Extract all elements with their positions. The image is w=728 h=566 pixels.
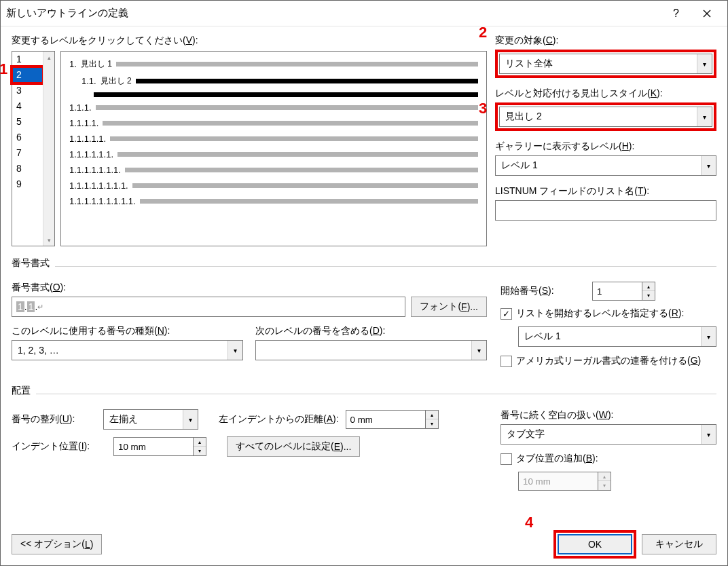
level-list[interactable]: 1 2 3 4 5 6 7 8 9 ▴ ▾ [12, 51, 55, 246]
tab-add-checkbox[interactable] [500, 453, 512, 465]
gallery-level-value: レベル 1 [496, 159, 701, 172]
position-section-label: 配置 [12, 385, 31, 397]
change-target-label: 変更の対象(C): [495, 35, 716, 47]
chevron-down-icon: ▾ [697, 54, 712, 73]
num-align-select[interactable]: 左揃え ▾ [103, 409, 198, 430]
titlebar: 新しいアウトラインの定義 ? [1, 1, 727, 26]
chevron-down-icon: ▾ [471, 341, 486, 360]
numfmt-format-label: 番号書式(O): [12, 282, 487, 294]
follow-value: タブ文字 [501, 428, 701, 440]
annotation-2: 2 [479, 24, 487, 41]
spin-down-icon[interactable]: ▾ [642, 291, 655, 300]
level-item-8[interactable]: 8 [12, 161, 43, 176]
spin-up-icon[interactable]: ▴ [194, 438, 206, 447]
spin-down-icon[interactable]: ▾ [426, 419, 438, 428]
close-icon [703, 10, 711, 18]
follow-select[interactable]: タブ文字 ▾ [500, 424, 716, 445]
listnum-input[interactable] [495, 200, 716, 221]
restart-select[interactable]: レベル 1 ▾ [518, 326, 716, 347]
preview-num-6: 1.1.1.1.1.1. [69, 149, 113, 159]
preview-num-1: 1. [69, 59, 77, 69]
level-scrollbar[interactable]: ▴ ▾ [43, 52, 54, 246]
spin-down-icon[interactable]: ▾ [194, 447, 206, 455]
close-button[interactable] [691, 3, 722, 24]
spin-up-icon: ▴ [598, 472, 611, 481]
legal-checkbox[interactable] [500, 356, 512, 367]
level-item-5[interactable]: 5 [12, 114, 43, 130]
spin-down-icon: ▾ [598, 481, 611, 490]
follow-label: 番号に続く空白の扱い(W): [500, 409, 716, 421]
level-item-6[interactable]: 6 [12, 130, 43, 145]
preview-num-8: 1.1.1.1.1.1.1.1. [69, 181, 128, 191]
outline-preview: 1.見出し 1 1.1.見出し 2 1.1.1. 1.1.1.1. 1.1.1.… [60, 51, 487, 246]
linked-style-select[interactable]: 見出し 2 ▾ [499, 107, 712, 127]
annotation-1: 1 [0, 60, 7, 78]
chevron-down-icon: ▾ [701, 327, 716, 346]
outline-define-dialog: 新しいアウトラインの定義 ? 1 2 3 4 変更するレベルをクリックしてくださ… [0, 0, 728, 566]
chevron-down-icon: ▾ [701, 425, 716, 444]
restart-label: リストを開始するレベルを指定する(R): [516, 307, 684, 320]
linked-style-value: 見出し 2 [500, 111, 697, 123]
level-item-7[interactable]: 7 [12, 145, 43, 161]
include-prev-label: 次のレベルの番号を含める(D): [255, 325, 487, 337]
start-at-label: 開始番号(S): [500, 285, 585, 297]
restart-checkbox[interactable]: ✓ [500, 308, 512, 320]
level-item-1[interactable]: 1 [12, 52, 43, 67]
scroll-up-icon: ▴ [43, 52, 54, 63]
legal-label: アメリカ式リーガル書式の連番を付ける(G) [516, 355, 701, 367]
chevron-down-icon: ▾ [183, 410, 198, 429]
change-target-select[interactable]: リスト全体 ▾ [499, 54, 712, 74]
num-align-value: 左揃え [104, 413, 183, 426]
level-item-4[interactable]: 4 [12, 98, 43, 114]
number-style-value: 1, 2, 3, … [12, 345, 228, 356]
left-indent-label: 左インデントからの距離(A): [219, 413, 339, 426]
tab-add-value [518, 472, 598, 491]
dialog-title: 新しいアウトラインの定義 [6, 7, 661, 20]
level-item-2[interactable]: 2 [12, 67, 43, 83]
number-style-select[interactable]: 1, 2, 3, … ▾ [12, 340, 243, 360]
set-all-levels-button[interactable]: すべてのレベルに設定(E)... [227, 436, 360, 457]
preview-num-5: 1.1.1.1.1. [69, 134, 106, 144]
change-target-value: リスト全体 [500, 58, 697, 70]
tab-add-label: タブ位置の追加(B): [516, 453, 598, 465]
numfmt-format-input[interactable]: 1.1.↵ [12, 297, 405, 317]
chevron-down-icon: ▾ [697, 107, 712, 126]
help-button[interactable]: ? [661, 3, 691, 24]
annotation-4: 4 [525, 514, 533, 531]
left-indent-value[interactable] [346, 410, 426, 429]
annotation-3: 3 [479, 100, 487, 117]
ok-button[interactable]: OK [558, 534, 632, 554]
restart-value: レベル 1 [519, 331, 701, 343]
indent-pos-label: インデント位置(I): [12, 440, 107, 453]
spin-up-icon[interactable]: ▴ [642, 282, 655, 291]
preview-num-4: 1.1.1.1. [69, 118, 98, 128]
level-item-9[interactable]: 9 [12, 176, 43, 192]
spin-up-icon[interactable]: ▴ [426, 411, 438, 419]
cancel-button[interactable]: キャンセル [642, 534, 716, 554]
preview-head-1: 見出し 1 [81, 58, 112, 70]
scroll-down-icon: ▾ [43, 234, 54, 246]
preview-num-3: 1.1.1. [69, 102, 92, 113]
indent-pos-spinner[interactable]: ▴▾ [113, 437, 206, 456]
number-style-label: このレベルに使用する番号の種類(N): [12, 325, 243, 337]
include-prev-select[interactable]: ▾ [255, 340, 487, 360]
chevron-down-icon: ▾ [228, 341, 242, 360]
font-button[interactable]: フォント(F)... [411, 297, 487, 317]
chevron-down-icon: ▾ [701, 156, 716, 175]
options-button[interactable]: << オプション(L) [12, 534, 102, 554]
preview-head-2: 見出し 2 [101, 75, 132, 87]
gallery-level-select[interactable]: レベル 1 ▾ [495, 155, 716, 176]
start-at-value[interactable] [592, 282, 642, 301]
start-at-spinner[interactable]: ▴▾ [592, 282, 655, 301]
level-click-label: 変更するレベルをクリックしてください(V): [12, 35, 487, 47]
left-indent-spinner[interactable]: ▴▾ [346, 410, 439, 429]
listnum-label: LISTNUM フィールドのリスト名(T): [495, 185, 716, 197]
indent-pos-value[interactable] [113, 437, 194, 456]
preview-num-2: 1.1. [81, 76, 96, 86]
bottom-bar: << オプション(L) OK キャンセル [1, 534, 727, 565]
numfmt-section-label: 番号書式 [12, 257, 50, 269]
level-item-3[interactable]: 3 [12, 83, 43, 98]
tab-add-spinner: ▴▾ [518, 472, 716, 491]
linked-style-label: レベルと対応付ける見出しスタイル(K): [495, 88, 716, 100]
preview-num-9: 1.1.1.1.1.1.1.1.1. [69, 196, 136, 206]
